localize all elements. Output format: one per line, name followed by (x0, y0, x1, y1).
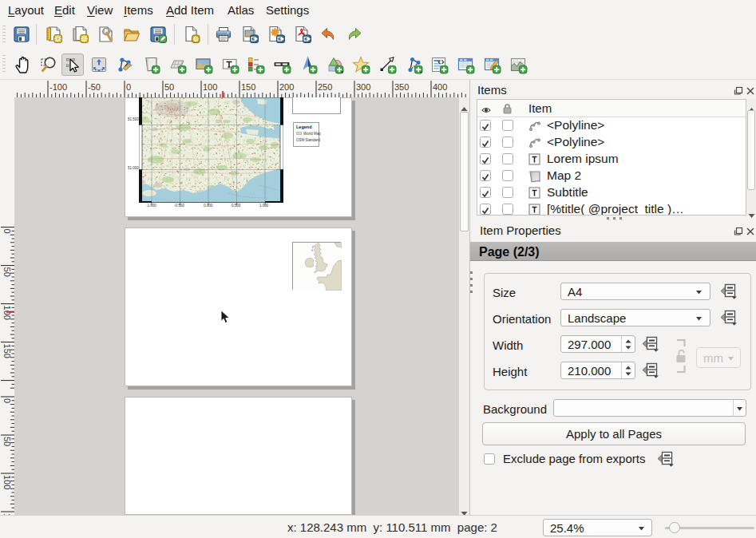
svg-text:100: 100 (203, 82, 217, 92)
svg-text:0: 0 (2, 398, 12, 403)
svg-text:200: 200 (279, 82, 294, 92)
svg-text:0: 0 (2, 229, 12, 234)
svg-text:0: 0 (126, 82, 131, 92)
svg-text:50: 50 (164, 82, 174, 92)
svg-text:-100: -100 (49, 82, 67, 92)
svg-text:400: 400 (433, 82, 447, 92)
svg-text:150: 150 (2, 344, 12, 358)
svg-text:150: 150 (241, 82, 255, 92)
svg-text:300: 300 (356, 82, 370, 92)
svg-text:100: 100 (2, 475, 12, 489)
svg-text:250: 250 (318, 82, 332, 92)
svg-text:350: 350 (394, 82, 409, 92)
svg-text:50: 50 (2, 267, 12, 277)
svg-text:-50: -50 (88, 82, 101, 92)
svg-text:50: 50 (2, 437, 12, 446)
